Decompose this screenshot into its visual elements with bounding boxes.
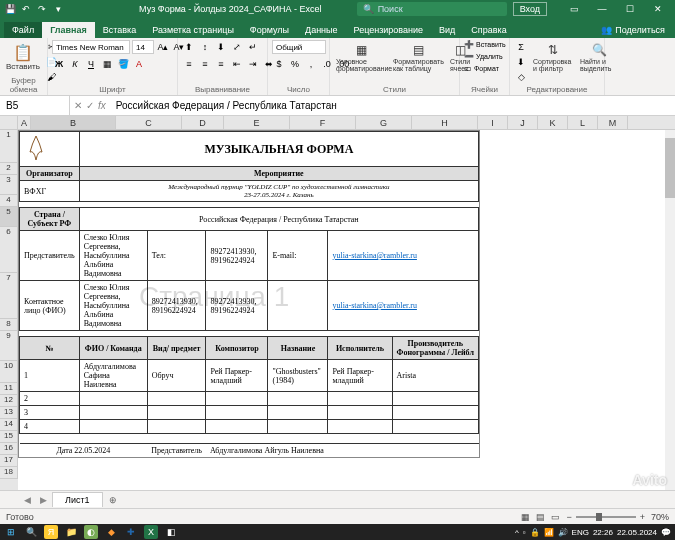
enter-formula-icon[interactable]: ✓ <box>86 100 94 111</box>
login-button[interactable]: Вход <box>513 2 547 16</box>
zoom-slider[interactable]: − + <box>566 512 645 522</box>
col-d[interactable]: D <box>182 116 224 129</box>
share-button[interactable]: 👥 Поделиться <box>591 22 675 38</box>
comma-button[interactable]: , <box>304 57 318 71</box>
tray-icon-2[interactable]: 🔒 <box>530 528 540 537</box>
tab-insert[interactable]: Вставка <box>95 22 144 38</box>
qat-more-icon[interactable]: ▾ <box>52 3 64 15</box>
taskbar-app4[interactable]: ◧ <box>164 525 178 539</box>
col-j[interactable]: J <box>508 116 538 129</box>
sheet-tab[interactable]: Лист1 <box>52 492 103 507</box>
start-button[interactable]: ⊞ <box>4 525 18 539</box>
sheet-nav-next[interactable]: ▶ <box>36 495 50 505</box>
autosum-button[interactable]: Σ <box>514 40 528 54</box>
taskbar-search[interactable]: 🔍 <box>24 525 38 539</box>
view-pagebreak-icon[interactable]: ▭ <box>551 512 560 522</box>
fx-icon[interactable]: fx <box>98 100 106 111</box>
align-center-button[interactable]: ≡ <box>198 57 212 71</box>
fill-color-button[interactable]: 🪣 <box>116 57 130 71</box>
tray-notifications-icon[interactable]: 💬 <box>661 528 671 537</box>
minimize-button[interactable]: — <box>589 4 615 14</box>
align-middle-button[interactable]: ↕ <box>198 40 212 54</box>
tab-pagelayout[interactable]: Разметка страницы <box>144 22 242 38</box>
view-normal-icon[interactable]: ▦ <box>521 512 530 522</box>
col-m[interactable]: M <box>598 116 628 129</box>
col-c[interactable]: C <box>116 116 182 129</box>
vertical-scrollbar[interactable] <box>665 130 675 490</box>
tab-file[interactable]: Файл <box>4 22 42 38</box>
view-pagelayout-icon[interactable]: ▤ <box>536 512 545 522</box>
name-box[interactable]: B5 <box>0 96 70 115</box>
tray-volume-icon[interactable]: 🔊 <box>558 528 568 537</box>
col-b[interactable]: B <box>31 116 116 129</box>
paste-button[interactable]: 📋 Вставить <box>4 40 42 73</box>
select-all-corner[interactable] <box>0 116 18 129</box>
align-left-button[interactable]: ≡ <box>182 57 196 71</box>
zoom-in-icon[interactable]: + <box>640 512 645 522</box>
underline-button[interactable]: Ч <box>84 57 98 71</box>
taskbar-excel[interactable]: X <box>144 525 158 539</box>
font-size-select[interactable]: 14 <box>132 40 154 54</box>
close-button[interactable]: ✕ <box>645 4 671 14</box>
tab-view[interactable]: Вид <box>431 22 463 38</box>
currency-button[interactable]: $ <box>272 57 286 71</box>
wrap-text-button[interactable]: ↵ <box>246 40 260 54</box>
formula-input[interactable]: Российская Федерация / Республика Татарс… <box>110 100 675 111</box>
row-headers[interactable]: 1 2 3 4 5 6 7 8 9 10 11 12 13 14 15 16 1… <box>0 130 18 490</box>
col-g[interactable]: G <box>356 116 412 129</box>
fill-button[interactable]: ⬇ <box>514 55 528 69</box>
tray-wifi-icon[interactable]: 📶 <box>544 528 554 537</box>
col-h[interactable]: H <box>412 116 478 129</box>
redo-icon[interactable]: ↷ <box>36 3 48 15</box>
insert-cells-button[interactable]: ➕Вставить <box>464 40 506 49</box>
taskbar-fm[interactable]: 📁 <box>64 525 78 539</box>
align-top-button[interactable]: ⬆ <box>182 40 196 54</box>
align-bottom-button[interactable]: ⬇ <box>214 40 228 54</box>
tab-help[interactable]: Справка <box>463 22 514 38</box>
zoom-out-icon[interactable]: − <box>566 512 571 522</box>
col-i[interactable]: I <box>478 116 508 129</box>
tray-date[interactable]: 22.05.2024 <box>617 528 657 537</box>
add-sheet-button[interactable]: ⊕ <box>105 495 121 505</box>
orientation-button[interactable]: ⤢ <box>230 40 244 54</box>
spreadsheet-grid[interactable]: A B C D E F G H I J K L M 1 2 3 4 5 6 7 … <box>0 116 675 490</box>
col-f[interactable]: F <box>290 116 356 129</box>
tray-lang[interactable]: ENG <box>572 528 589 537</box>
sheet-nav-prev[interactable]: ◀ <box>20 495 34 505</box>
align-right-button[interactable]: ≡ <box>214 57 228 71</box>
taskbar-app2[interactable]: ◆ <box>104 525 118 539</box>
increase-indent-button[interactable]: ⇥ <box>246 57 260 71</box>
tab-formulas[interactable]: Формулы <box>242 22 297 38</box>
decrease-indent-button[interactable]: ⇤ <box>230 57 244 71</box>
ribbon-options-icon[interactable]: ▭ <box>561 4 587 14</box>
col-k[interactable]: K <box>538 116 568 129</box>
bold-button[interactable]: Ж <box>52 57 66 71</box>
search-box[interactable]: 🔍 Поиск <box>357 2 507 16</box>
tray-icon-1[interactable]: ▫ <box>523 528 526 537</box>
taskbar-app3[interactable]: ✚ <box>124 525 138 539</box>
italic-button[interactable]: К <box>68 57 82 71</box>
taskbar-app1[interactable]: ◐ <box>84 525 98 539</box>
percent-button[interactable]: % <box>288 57 302 71</box>
tab-data[interactable]: Данные <box>297 22 346 38</box>
contact-email-link[interactable]: yulia-starkina@rambler.ru <box>332 301 416 310</box>
tray-chevron-icon[interactable]: ^ <box>515 528 519 537</box>
format-table-button[interactable]: ▤Форматировать как таблицу <box>391 40 445 74</box>
tab-home[interactable]: Главная <box>42 22 95 38</box>
tab-review[interactable]: Рецензирование <box>346 22 432 38</box>
tray-time[interactable]: 22:26 <box>593 528 613 537</box>
autosave-icon[interactable]: 💾 <box>4 3 16 15</box>
zoom-level[interactable]: 70% <box>651 512 669 522</box>
col-l[interactable]: L <box>568 116 598 129</box>
number-format-select[interactable]: Общий <box>272 40 326 54</box>
clear-button[interactable]: ◇ <box>514 70 528 84</box>
format-cells-button[interactable]: ▭Формат <box>464 64 499 73</box>
increase-font-button[interactable]: A▴ <box>156 40 170 54</box>
font-name-select[interactable]: Times New Roman <box>52 40 130 54</box>
font-color-button[interactable]: A <box>132 57 146 71</box>
taskbar-yandex[interactable]: Я <box>44 525 58 539</box>
cancel-formula-icon[interactable]: ✕ <box>74 100 82 111</box>
maximize-button[interactable]: ☐ <box>617 4 643 14</box>
col-a[interactable]: A <box>18 116 31 129</box>
delete-cells-button[interactable]: ➖Удалить <box>464 52 503 61</box>
